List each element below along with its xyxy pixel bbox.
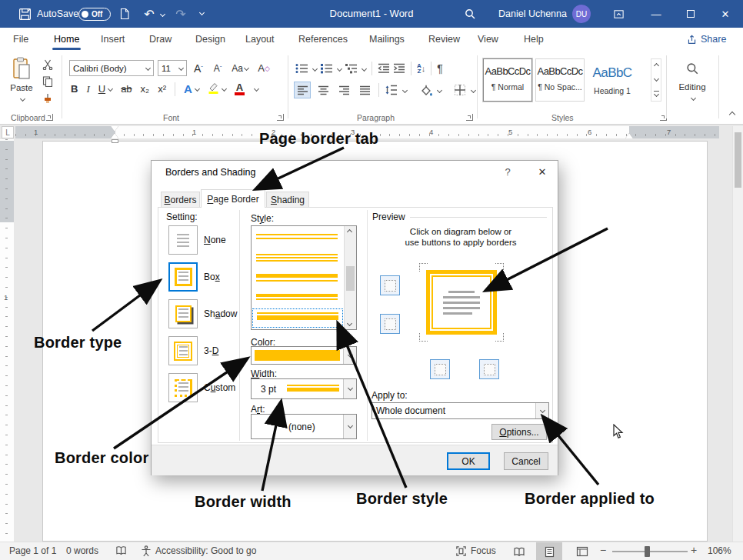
underline-button[interactable]: U [98, 83, 105, 95]
strikethrough-button[interactable]: ab [121, 83, 132, 95]
web-layout-button[interactable] [569, 542, 595, 560]
numbering-dropdown-icon[interactable] [337, 65, 342, 71]
shrink-font-button[interactable]: Aˇ [210, 63, 225, 74]
setting-none-icon[interactable] [168, 225, 198, 255]
highlight-button[interactable] [208, 82, 219, 96]
style-option-triple-thin[interactable] [256, 254, 338, 262]
font-family-select[interactable]: Calibri (Body) [69, 60, 154, 76]
tab-design[interactable]: Design [195, 34, 225, 45]
tab-review[interactable]: Review [428, 34, 460, 45]
zoom-in-button[interactable]: + [691, 544, 697, 556]
style-option-thin-thick-selected[interactable] [252, 308, 343, 328]
align-center-button[interactable] [315, 82, 332, 98]
width-dropdown-icon[interactable] [343, 379, 356, 398]
style-normal[interactable]: AaBbCcDc ¶ Normal [483, 58, 532, 102]
proofing-icon[interactable] [115, 545, 127, 558]
setting-none-label[interactable]: None [204, 235, 226, 245]
color-dropdown-icon[interactable] [343, 347, 356, 364]
format-painter-icon[interactable] [40, 92, 55, 105]
tab-insert[interactable]: Insert [101, 34, 125, 45]
setting-shadow-icon[interactable] [168, 299, 198, 328]
word-count[interactable]: 0 words [66, 545, 98, 556]
zoom-slider-thumb[interactable] [645, 546, 650, 557]
clear-formatting-button[interactable]: A◇ [255, 62, 273, 74]
read-mode-button[interactable] [506, 542, 532, 560]
zoom-slider-track[interactable] [612, 551, 688, 552]
cancel-button[interactable]: Cancel [504, 452, 548, 470]
ribbon-display-options-icon[interactable] [610, 0, 627, 28]
dialog-tab-borders[interactable]: Borders [161, 192, 200, 208]
subscript-button[interactable]: x₂ [141, 83, 150, 95]
bullets-dropdown-icon[interactable] [312, 65, 318, 71]
decrease-indent-button[interactable] [378, 63, 390, 74]
search-icon[interactable] [461, 0, 478, 28]
styles-more-icon[interactable] [654, 91, 659, 96]
paste-button[interactable]: Paste [8, 57, 35, 108]
text-effects-dropdown-icon[interactable] [195, 86, 200, 92]
close-button[interactable]: ✕ [714, 0, 737, 28]
text-effects-button[interactable]: A [184, 82, 192, 95]
tab-view[interactable]: View [478, 34, 498, 45]
clipboard-dialog-launcher-icon[interactable] [46, 114, 53, 121]
tab-mailings[interactable]: Mailings [369, 34, 405, 45]
bullets-button[interactable] [295, 63, 308, 74]
sort-button[interactable]: AZ↓ [417, 63, 425, 74]
increase-indent-button[interactable] [393, 63, 405, 74]
width-select[interactable]: 3 pt [251, 378, 357, 399]
italic-button[interactable]: I [86, 83, 89, 95]
styles-scroll-down-icon[interactable] [653, 76, 658, 82]
setting-custom-label[interactable]: Custom [204, 382, 235, 393]
scroll-up-icon[interactable] [347, 229, 352, 235]
tab-layout[interactable]: Layout [245, 34, 275, 45]
preview-top-border-button[interactable] [380, 275, 400, 295]
scrollbar-thumb[interactable] [735, 132, 741, 188]
art-dropdown-icon[interactable] [343, 415, 356, 438]
scroll-down-icon[interactable] [347, 321, 352, 326]
bold-button[interactable]: B [71, 83, 78, 95]
tab-draw[interactable]: Draw [149, 34, 172, 45]
grow-font-button[interactable]: Aˆ [191, 62, 206, 75]
focus-button[interactable]: Focus [471, 545, 496, 556]
tab-home[interactable]: Home [54, 34, 79, 45]
accessibility-status[interactable]: Accessibility: Good to go [155, 545, 256, 556]
tab-references[interactable]: References [298, 34, 348, 45]
scroll-thumb[interactable] [346, 266, 355, 291]
superscript-button[interactable]: x² [158, 83, 166, 95]
style-no-spacing[interactable]: AaBbCcDc ¶ No Spac... [535, 58, 585, 102]
setting-box-icon[interactable] [168, 262, 198, 292]
shading-button[interactable] [419, 85, 432, 96]
line-spacing-dropdown-icon[interactable] [402, 87, 408, 92]
editing-button[interactable]: Editing [674, 58, 711, 112]
user-name[interactable]: Daniel Uchenna [498, 0, 567, 28]
accessibility-icon[interactable] [141, 545, 152, 559]
multilevel-dropdown-icon[interactable] [362, 65, 367, 71]
font-dialog-launcher-icon[interactable] [277, 114, 284, 121]
vertical-ruler[interactable]: 1 [0, 139, 14, 542]
border-style-list[interactable] [251, 225, 357, 330]
style-option-thick-thin-medium[interactable] [256, 294, 338, 300]
minimize-button[interactable]: — [645, 0, 668, 28]
highlight-dropdown-icon[interactable] [222, 86, 227, 92]
page-indicator[interactable]: Page 1 of 1 [9, 545, 56, 556]
font-size-select[interactable]: 11 [158, 60, 187, 76]
vertical-scrollbar[interactable] [732, 126, 743, 542]
setting-3d-icon[interactable] [168, 336, 198, 365]
art-select[interactable]: (none) [251, 414, 357, 439]
ok-button[interactable]: OK [447, 452, 490, 470]
font-color-button[interactable]: A [235, 83, 245, 95]
style-option-thick-thin[interactable] [256, 274, 338, 282]
setting-box-label[interactable]: Box [204, 272, 220, 282]
multilevel-list-button[interactable] [345, 63, 358, 74]
avatar[interactable]: DU [572, 5, 591, 23]
preview-bottom-border-button[interactable] [380, 314, 400, 334]
setting-3d-label[interactable]: 3-D [204, 345, 218, 356]
styles-scroll-up-icon[interactable] [653, 63, 658, 68]
tab-help[interactable]: Help [524, 34, 544, 45]
focus-icon[interactable] [455, 545, 467, 559]
line-spacing-button[interactable] [385, 85, 398, 95]
show-formatting-button[interactable]: ¶ [437, 62, 443, 75]
borders-dropdown-icon[interactable] [471, 87, 476, 92]
shading-dropdown-icon[interactable] [437, 87, 442, 92]
preview-right-border-button[interactable] [479, 359, 499, 379]
apply-to-dropdown-icon[interactable] [535, 403, 548, 418]
